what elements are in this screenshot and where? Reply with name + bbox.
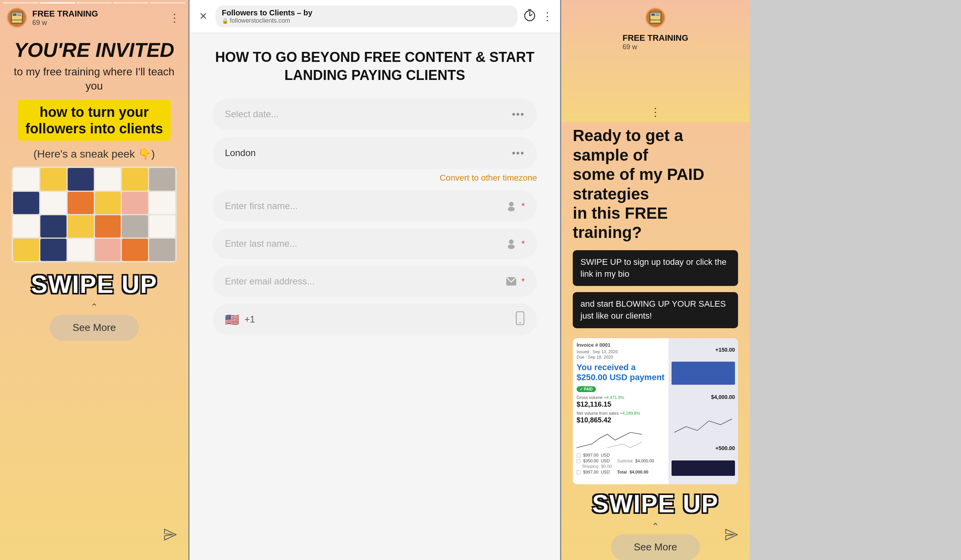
total-amount: $4,000.00 (630, 470, 648, 474)
location-field[interactable]: London ••• (213, 137, 537, 169)
story-account-info-left: FREE TRAINING 69 w (32, 9, 162, 27)
slide-thumb (40, 192, 67, 214)
email-field[interactable]: * (213, 266, 537, 297)
slide-thumb (68, 192, 94, 214)
swipe-up-arrow-right: ⌃ (573, 521, 738, 532)
payment-received-text: You received a $250.00 USD payment (577, 362, 668, 383)
shipping-row: Shipping $0.00 (577, 464, 668, 469)
story-account-info-right: FREE TRAINING 69 w (622, 33, 688, 100)
plus-badge-3: +500.00 (672, 445, 735, 451)
sales-badge-text: and start BLOWING UP YOUR SALES just lik… (580, 299, 726, 321)
svg-rect-2 (12, 20, 22, 23)
avatar-icon-right (648, 11, 662, 25)
swipe-up-badge: SWIPE UP to sign up today or click the l… (573, 250, 738, 286)
right-story-panel: FREE TRAINING 69 w ⋮ Ready to get a samp… (561, 0, 750, 560)
send-button-right[interactable] (724, 528, 738, 545)
subtotal-label: Subtotal (617, 459, 632, 463)
plus-badge-1: +150.00 (672, 347, 735, 353)
story-time-left: 69 w (32, 19, 162, 27)
story-more-button-left[interactable]: ⋮ (168, 12, 181, 24)
svg-marker-6 (165, 529, 176, 540)
required-star-first: * (521, 201, 525, 211)
avatar-inner (8, 9, 26, 27)
progress-bar-5 (150, 2, 185, 3)
date-field[interactable]: ••• (213, 98, 537, 130)
left-story-panel: FREE TRAINING 69 w ⋮ YOU'RE INVITED to m… (0, 0, 188, 560)
avatar-right (645, 8, 665, 28)
svg-point-13 (509, 239, 514, 244)
browser-menu-button[interactable]: ⋮ (542, 10, 553, 23)
browser-timer-button[interactable] (523, 8, 537, 25)
slide-thumb (13, 168, 39, 190)
progress-bar-1 (3, 2, 38, 3)
svg-rect-21 (651, 13, 655, 16)
gross-pct: +4,471.8% (604, 395, 624, 400)
bar-dark (672, 460, 735, 476)
ready-title-line3: in this FREE training? (573, 204, 668, 241)
browser-close-button[interactable]: ✕ (196, 10, 210, 23)
timer-icon (523, 8, 537, 22)
sales-badge: and start BLOWING UP YOUR SALES just lik… (573, 292, 738, 328)
person-icon-last (506, 238, 517, 249)
progress-bar-4 (113, 2, 148, 3)
swipe-up-arrow-left: ⌃ (90, 302, 98, 312)
slide-preview-grid (12, 166, 177, 263)
invoice-due: Due : Sep 18, 2020 (577, 355, 668, 359)
right-story-content: Ready to get a sample of some of my PAID… (561, 122, 750, 560)
invoice-label: Invoice # 0001 (577, 342, 668, 348)
swipe-up-text-left: SWIPE UP (31, 270, 158, 299)
svg-point-12 (508, 207, 515, 211)
story-more-button-right[interactable]: ⋮ (648, 106, 662, 118)
last-name-field[interactable]: * (213, 228, 537, 259)
slide-thumb (95, 215, 121, 238)
ready-title-line1: Ready to get a sample of (573, 126, 683, 164)
browser-url-text: followerstoclients.com (230, 17, 290, 24)
highlight-box: how to turn your followers into clients (18, 100, 171, 141)
date-input[interactable] (225, 109, 507, 120)
browser-url: 🔒 followerstoclients.com (222, 17, 511, 24)
phone-input[interactable] (260, 314, 510, 325)
browser-chrome: ✕ Followers to Clients – by 🔒 followerst… (190, 0, 560, 33)
email-input[interactable] (225, 276, 501, 287)
slide-thumb (68, 215, 94, 238)
see-more-button-left[interactable]: See More (50, 315, 139, 341)
svg-point-11 (509, 202, 514, 206)
send-icon-right (724, 528, 738, 542)
date-more-button[interactable]: ••• (512, 108, 525, 120)
send-button-left[interactable] (163, 528, 177, 545)
bar-navy (672, 362, 735, 385)
invoice-issued: Issued : Sep 13, 2020 (577, 349, 668, 354)
slide-thumb (13, 192, 39, 214)
slide-thumb (149, 239, 175, 261)
highlight-text-2: followers into clients (25, 120, 163, 137)
location-value: London (225, 148, 507, 158)
svg-rect-22 (656, 13, 660, 14)
middle-browser-panel: ✕ Followers to Clients – by 🔒 followerst… (188, 0, 561, 560)
slide-thumb (95, 239, 121, 261)
send-icon (163, 528, 177, 542)
required-star-last: * (521, 239, 525, 249)
last-name-input[interactable] (225, 238, 501, 249)
location-more-button[interactable]: ••• (512, 147, 525, 159)
slide-thumb (68, 239, 94, 261)
slide-thumb (122, 215, 148, 238)
first-name-input[interactable] (225, 201, 501, 211)
highlight-text-1: how to turn your (25, 104, 163, 120)
invited-subtitle: to my free training where I'll teach you (12, 65, 177, 93)
see-more-button-right[interactable]: See More (611, 534, 700, 560)
story-header-left: FREE TRAINING 69 w ⋮ (0, 0, 188, 32)
item3-row: $997.00 USD Total $4,000.00 (577, 470, 668, 474)
chart-right-svg (672, 409, 735, 436)
slide-thumb (68, 168, 94, 190)
story-time-right: 69 w (622, 43, 688, 51)
phone-field[interactable]: 🇺🇸 +1 (213, 304, 537, 336)
account-name-left: FREE TRAINING (32, 9, 162, 19)
slide-thumb (149, 192, 175, 214)
svg-rect-23 (656, 15, 660, 16)
slide-thumb (149, 215, 175, 238)
convert-timezone-link[interactable]: Convert to other timezone (213, 173, 537, 183)
item2-row: $350.00 USD Subtotal $4,000.00 (577, 459, 668, 463)
browser-address-bar[interactable]: Followers to Clients – by 🔒 followerstoc… (216, 5, 517, 27)
first-name-field[interactable]: * (213, 191, 537, 221)
slide-thumb (40, 168, 67, 190)
